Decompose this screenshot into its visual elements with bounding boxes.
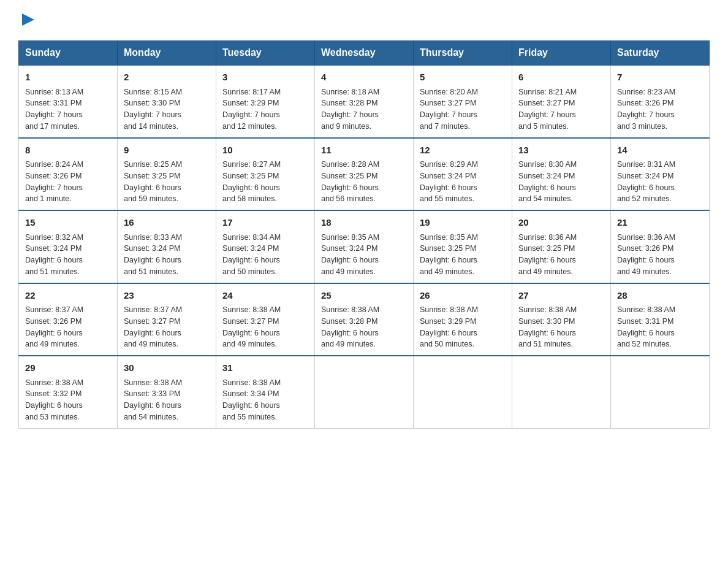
sunset-info: Sunset: 3:25 PM — [124, 172, 180, 180]
day-of-week-header: Thursday — [414, 41, 512, 66]
sunrise-info: Sunrise: 8:27 AM — [222, 160, 281, 169]
sunset-info: Sunset: 3:26 PM — [25, 317, 82, 326]
daylight-info2: and 50 minutes. — [222, 267, 277, 276]
daylight-info: Daylight: 6 hours — [518, 183, 576, 192]
day-number: 25 — [321, 289, 407, 303]
daylight-info2: and 53 minutes. — [25, 413, 80, 421]
day-number: 12 — [420, 144, 506, 158]
calendar-day-cell: 13Sunrise: 8:30 AMSunset: 3:24 PMDayligh… — [512, 138, 611, 211]
day-number: 3 — [222, 71, 308, 85]
day-number: 11 — [321, 144, 407, 158]
day-number: 1 — [25, 71, 111, 85]
calendar-week-row: 15Sunrise: 8:32 AMSunset: 3:24 PMDayligh… — [19, 210, 710, 283]
sunset-info: Sunset: 3:26 PM — [25, 172, 82, 180]
sunrise-info: Sunrise: 8:33 AM — [124, 233, 182, 242]
calendar-day-cell: 24Sunrise: 8:38 AMSunset: 3:27 PMDayligh… — [216, 283, 315, 356]
calendar-week-row: 8Sunrise: 8:24 AMSunset: 3:26 PMDaylight… — [19, 138, 710, 211]
sunset-info: Sunset: 3:27 PM — [518, 99, 575, 107]
daylight-info: Daylight: 6 hours — [222, 183, 280, 192]
sunset-info: Sunset: 3:25 PM — [420, 244, 476, 253]
daylight-info2: and 49 minutes. — [518, 267, 573, 276]
sunset-info: Sunset: 3:31 PM — [617, 317, 673, 326]
sunrise-info: Sunrise: 8:38 AM — [124, 378, 182, 387]
daylight-info: Daylight: 6 hours — [222, 401, 280, 410]
daylight-info: Daylight: 6 hours — [420, 183, 477, 192]
calendar-day-cell: 21Sunrise: 8:36 AMSunset: 3:26 PMDayligh… — [611, 210, 710, 283]
sunrise-info: Sunrise: 8:38 AM — [222, 305, 281, 314]
daylight-info2: and 54 minutes. — [518, 194, 573, 203]
sunset-info: Sunset: 3:29 PM — [420, 317, 476, 326]
calendar-day-cell: 6Sunrise: 8:21 AMSunset: 3:27 PMDaylight… — [512, 65, 611, 138]
sunset-info: Sunset: 3:28 PM — [321, 317, 377, 326]
day-number: 18 — [321, 216, 407, 230]
sunset-info: Sunset: 3:26 PM — [617, 244, 673, 253]
sunset-info: Sunset: 3:27 PM — [124, 317, 180, 326]
daylight-info: Daylight: 6 hours — [617, 256, 675, 264]
calendar-day-cell: 11Sunrise: 8:28 AMSunset: 3:25 PMDayligh… — [315, 138, 414, 211]
day-number: 22 — [25, 289, 111, 303]
sunrise-info: Sunrise: 8:31 AM — [617, 160, 675, 169]
calendar-day-cell: 10Sunrise: 8:27 AMSunset: 3:25 PMDayligh… — [216, 138, 315, 211]
day-number: 4 — [321, 71, 407, 85]
sunrise-info: Sunrise: 8:18 AM — [321, 88, 379, 96]
sunset-info: Sunset: 3:33 PM — [124, 389, 180, 398]
daylight-info: Daylight: 6 hours — [321, 183, 379, 192]
calendar-header-row: SundayMondayTuesdayWednesdayThursdayFrid… — [19, 41, 710, 66]
daylight-info: Daylight: 7 hours — [222, 110, 280, 119]
daylight-info: Daylight: 6 hours — [222, 256, 280, 264]
sunrise-info: Sunrise: 8:35 AM — [321, 233, 379, 242]
sunrise-info: Sunrise: 8:35 AM — [420, 233, 478, 242]
sunrise-info: Sunrise: 8:38 AM — [222, 378, 281, 387]
day-number: 28 — [617, 289, 703, 303]
sunrise-info: Sunrise: 8:15 AM — [124, 88, 182, 96]
daylight-info: Daylight: 7 hours — [25, 183, 83, 192]
daylight-info: Daylight: 6 hours — [321, 256, 379, 264]
daylight-info: Daylight: 6 hours — [25, 329, 83, 337]
daylight-info: Daylight: 6 hours — [420, 256, 477, 264]
daylight-info: Daylight: 6 hours — [124, 256, 181, 264]
day-number: 6 — [518, 71, 604, 85]
calendar-day-cell: 23Sunrise: 8:37 AMSunset: 3:27 PMDayligh… — [118, 283, 216, 356]
calendar-day-cell: 27Sunrise: 8:38 AMSunset: 3:30 PMDayligh… — [512, 283, 611, 356]
day-of-week-header: Wednesday — [315, 41, 414, 66]
daylight-info2: and 54 minutes. — [124, 413, 178, 421]
calendar-day-cell: 19Sunrise: 8:35 AMSunset: 3:25 PMDayligh… — [414, 210, 512, 283]
daylight-info2: and 51 minutes. — [518, 340, 573, 348]
calendar-day-cell: 7Sunrise: 8:23 AMSunset: 3:26 PMDaylight… — [611, 65, 710, 138]
sunrise-info: Sunrise: 8:36 AM — [518, 233, 577, 242]
sunset-info: Sunset: 3:24 PM — [321, 244, 377, 253]
calendar-day-cell: 31Sunrise: 8:38 AMSunset: 3:34 PMDayligh… — [216, 356, 315, 428]
day-number: 5 — [420, 71, 506, 85]
day-number: 9 — [124, 144, 210, 158]
daylight-info2: and 55 minutes. — [420, 194, 474, 203]
calendar-day-cell: 30Sunrise: 8:38 AMSunset: 3:33 PMDayligh… — [118, 356, 216, 428]
daylight-info: Daylight: 6 hours — [321, 329, 379, 337]
sunrise-info: Sunrise: 8:13 AM — [25, 88, 83, 96]
calendar-week-row: 29Sunrise: 8:38 AMSunset: 3:32 PMDayligh… — [19, 356, 710, 428]
sunset-info: Sunset: 3:24 PM — [420, 172, 476, 180]
calendar-day-cell — [315, 356, 414, 428]
daylight-info2: and 49 minutes. — [617, 267, 672, 276]
daylight-info: Daylight: 7 hours — [124, 110, 181, 119]
daylight-info: Daylight: 6 hours — [518, 256, 576, 264]
sunset-info: Sunset: 3:27 PM — [420, 99, 476, 107]
daylight-info: Daylight: 7 hours — [617, 110, 675, 119]
daylight-info2: and 17 minutes. — [25, 122, 80, 131]
calendar-week-row: 1Sunrise: 8:13 AMSunset: 3:31 PMDaylight… — [19, 65, 710, 138]
sunrise-info: Sunrise: 8:28 AM — [321, 160, 379, 169]
sunrise-info: Sunrise: 8:32 AM — [25, 233, 83, 242]
sunset-info: Sunset: 3:25 PM — [321, 172, 377, 180]
day-number: 7 — [617, 71, 703, 85]
day-number: 19 — [420, 216, 506, 230]
sunrise-info: Sunrise: 8:23 AM — [617, 88, 675, 96]
calendar-day-cell: 3Sunrise: 8:17 AMSunset: 3:29 PMDaylight… — [216, 65, 315, 138]
daylight-info2: and 50 minutes. — [420, 340, 474, 348]
sunrise-info: Sunrise: 8:38 AM — [321, 305, 379, 314]
sunrise-info: Sunrise: 8:38 AM — [25, 378, 83, 387]
daylight-info2: and 49 minutes. — [420, 267, 474, 276]
sunrise-info: Sunrise: 8:34 AM — [222, 233, 281, 242]
calendar-day-cell: 8Sunrise: 8:24 AMSunset: 3:26 PMDaylight… — [19, 138, 118, 211]
sunrise-info: Sunrise: 8:38 AM — [617, 305, 675, 314]
daylight-info: Daylight: 7 hours — [420, 110, 477, 119]
daylight-info: Daylight: 6 hours — [124, 183, 181, 192]
